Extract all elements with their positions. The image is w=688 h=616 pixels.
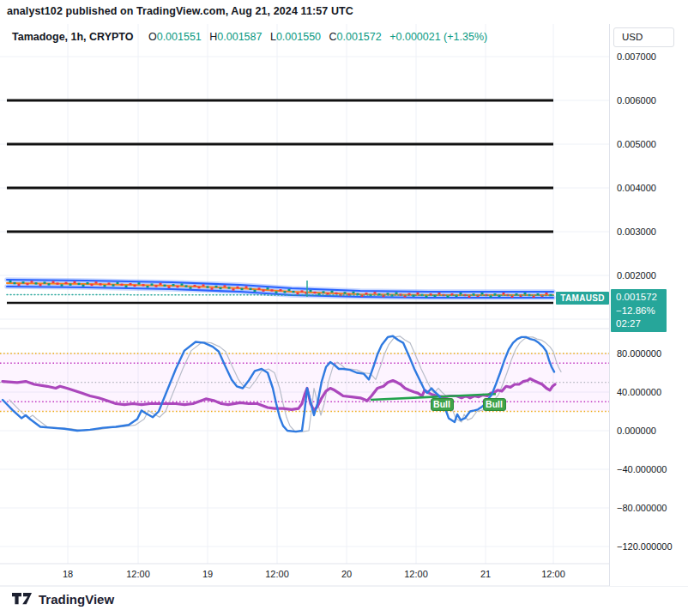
time-axis-label[interactable]: 19 xyxy=(189,569,226,579)
published-chart: analyst102 published on TradingView.com,… xyxy=(0,0,688,616)
time-axis-label[interactable]: 12:00 xyxy=(534,569,572,579)
price-axis-tick: 0.007000 xyxy=(617,51,656,62)
tradingview-logo-text: TradingView xyxy=(39,592,114,607)
last-price-change: −12.86% xyxy=(616,305,667,318)
time-axis-label[interactable]: 20 xyxy=(328,569,365,579)
tradingview-logo-icon xyxy=(12,592,33,607)
bull-signal-label: Bull xyxy=(431,398,454,411)
oscillator-axis-tick: 80.000000 xyxy=(617,348,661,359)
last-price-axis-label: 0.001572 −12.86% 02:27 xyxy=(611,289,667,332)
price-axis-tick: 0.006000 xyxy=(617,95,656,106)
tradingview-logo[interactable]: TradingView xyxy=(12,592,114,607)
oscillator-axis-tick: 40.000000 xyxy=(617,387,661,397)
price-axis-tick: 0.005000 xyxy=(617,139,656,149)
price-axis-tick: 0.003000 xyxy=(617,226,656,237)
attribution-text: analyst102 published on TradingView.com,… xyxy=(7,5,353,17)
oscillator-axis-tick: −80.000000 xyxy=(617,503,667,513)
price-axis-tick: 0.002000 xyxy=(617,270,656,281)
time-axis-label[interactable]: 12:00 xyxy=(119,569,157,579)
time-axis-label[interactable]: 18 xyxy=(49,569,87,579)
price-axis-pane[interactable]: USD 0.001572 −12.86% 02:27 0.0070000.006… xyxy=(609,24,688,586)
bar-countdown: 02:27 xyxy=(616,317,667,331)
series-name-label: TAMAUSD xyxy=(556,292,609,305)
oscillator-axis-tick: −40.000000 xyxy=(617,464,667,474)
oscillator-axis-tick: −120.000000 xyxy=(617,541,673,552)
oscillator-axis-tick: 0.000000 xyxy=(617,426,656,436)
time-axis-label[interactable]: 12:00 xyxy=(397,569,435,579)
price-axis-tick: 0.004000 xyxy=(617,183,656,193)
time-axis-label[interactable]: 21 xyxy=(467,569,504,579)
time-axis-label[interactable]: 12:00 xyxy=(258,569,296,579)
chart-plot-area[interactable] xyxy=(0,24,609,564)
currency-selector[interactable]: USD xyxy=(613,27,674,47)
bull-signal-label: Bull xyxy=(483,398,506,411)
last-price-value: 0.001572 xyxy=(616,291,667,305)
